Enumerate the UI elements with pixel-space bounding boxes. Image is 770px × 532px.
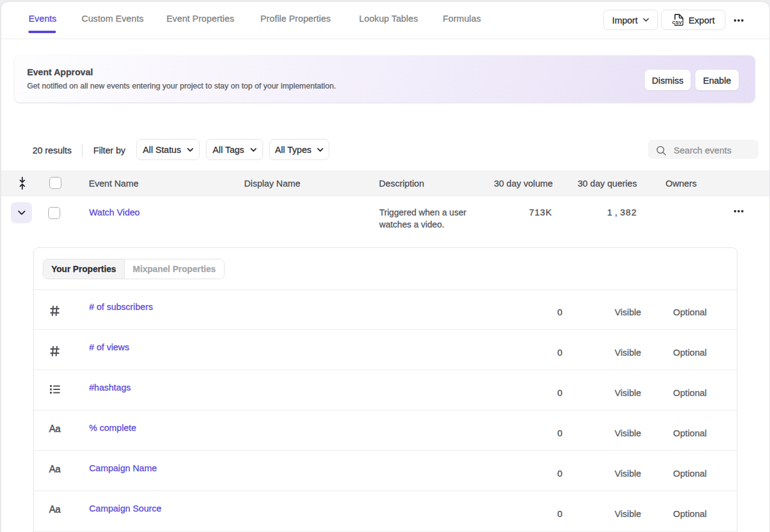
svg-text:CSV: CSV bbox=[672, 20, 682, 25]
